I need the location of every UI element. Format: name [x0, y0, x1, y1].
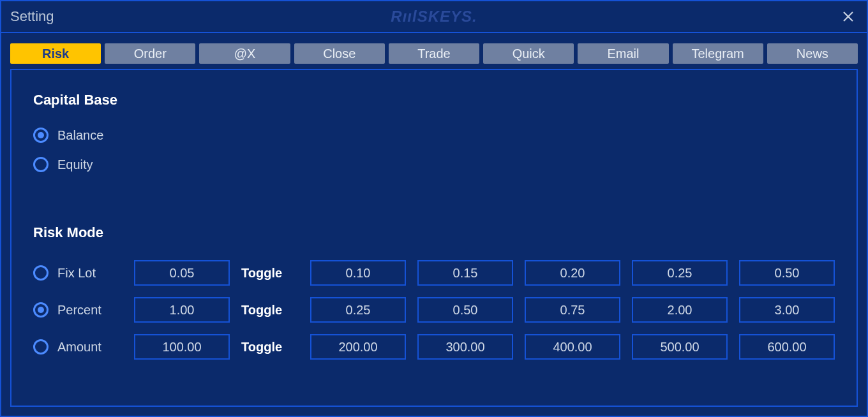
- risk-mode-percent-row: Percent Toggle 0.25 0.50 0.75 2.00 3.00: [33, 297, 835, 323]
- risk-mode-fixlot-label: Fix Lot: [57, 266, 96, 281]
- settings-window: Setting RıılSKEYS. Risk Order @X Close T…: [0, 0, 868, 417]
- capital-base-balance-label: Balance: [57, 128, 103, 143]
- risk-mode-fixlot-toggle-label: Toggle: [241, 266, 299, 281]
- capital-base-equity-label: Equity: [57, 157, 93, 172]
- tab-quick[interactable]: Quick: [483, 43, 574, 64]
- tab-close[interactable]: Close: [294, 43, 385, 64]
- amount-preset-5[interactable]: 600.00: [739, 334, 835, 360]
- fixlot-preset-1[interactable]: 0.10: [310, 260, 406, 286]
- percent-preset-3[interactable]: 0.75: [525, 297, 620, 323]
- risk-mode-percent-radio[interactable]: [33, 302, 49, 318]
- risk-mode-heading: Risk Mode: [33, 224, 835, 241]
- close-button[interactable]: [839, 7, 858, 26]
- risk-mode-amount-label: Amount: [57, 340, 101, 355]
- capital-base-equity-row: Equity: [33, 157, 835, 172]
- brand-logo: RıılSKEYS.: [391, 8, 477, 26]
- close-icon: [842, 11, 854, 22]
- amount-preset-1[interactable]: 200.00: [310, 334, 406, 360]
- title-bar: Setting RıılSKEYS.: [1, 1, 867, 33]
- amount-preset-3[interactable]: 400.00: [525, 334, 620, 360]
- risk-mode-fixlot-input[interactable]: [134, 260, 230, 286]
- percent-preset-1[interactable]: 0.25: [310, 297, 406, 323]
- amount-preset-4[interactable]: 500.00: [632, 334, 728, 360]
- risk-mode-percent-toggle-label: Toggle: [241, 303, 299, 318]
- risk-mode-percent-label: Percent: [57, 303, 101, 318]
- tab-news[interactable]: News: [767, 43, 858, 64]
- tab-bar: Risk Order @X Close Trade Quick Email Te…: [1, 33, 867, 69]
- fixlot-preset-5[interactable]: 0.50: [739, 260, 835, 286]
- capital-base-heading: Capital Base: [33, 92, 835, 108]
- risk-mode-fixlot-radio[interactable]: [33, 265, 49, 281]
- risk-panel: Capital Base Balance Equity Risk Mode Fi…: [10, 69, 858, 407]
- panel-wrapper: Capital Base Balance Equity Risk Mode Fi…: [1, 69, 867, 416]
- amount-preset-2[interactable]: 300.00: [417, 334, 513, 360]
- fixlot-preset-4[interactable]: 0.25: [632, 260, 728, 286]
- fixlot-preset-3[interactable]: 0.20: [525, 260, 620, 286]
- tab-trade[interactable]: Trade: [389, 43, 479, 64]
- percent-preset-5[interactable]: 3.00: [739, 297, 835, 323]
- fixlot-preset-2[interactable]: 0.15: [417, 260, 513, 286]
- capital-base-balance-row: Balance: [33, 128, 835, 143]
- risk-mode-fixlot-row: Fix Lot Toggle 0.10 0.15 0.20 0.25 0.50: [33, 260, 835, 286]
- risk-mode-percent-input[interactable]: [134, 297, 230, 323]
- capital-base-equity-radio[interactable]: [33, 157, 49, 172]
- risk-mode-amount-input[interactable]: [134, 334, 230, 360]
- tab-email[interactable]: Email: [578, 43, 668, 64]
- tab-atx[interactable]: @X: [199, 43, 290, 64]
- percent-preset-4[interactable]: 2.00: [632, 297, 728, 323]
- window-title: Setting: [10, 8, 54, 25]
- tab-telegram[interactable]: Telegram: [673, 43, 763, 64]
- tab-risk[interactable]: Risk: [10, 43, 101, 64]
- capital-base-balance-radio[interactable]: [33, 128, 49, 143]
- risk-mode-amount-row: Amount Toggle 200.00 300.00 400.00 500.0…: [33, 334, 835, 360]
- risk-mode-amount-radio[interactable]: [33, 339, 49, 355]
- risk-mode-amount-toggle-label: Toggle: [241, 340, 299, 355]
- tab-order[interactable]: Order: [105, 43, 195, 64]
- percent-preset-2[interactable]: 0.50: [417, 297, 513, 323]
